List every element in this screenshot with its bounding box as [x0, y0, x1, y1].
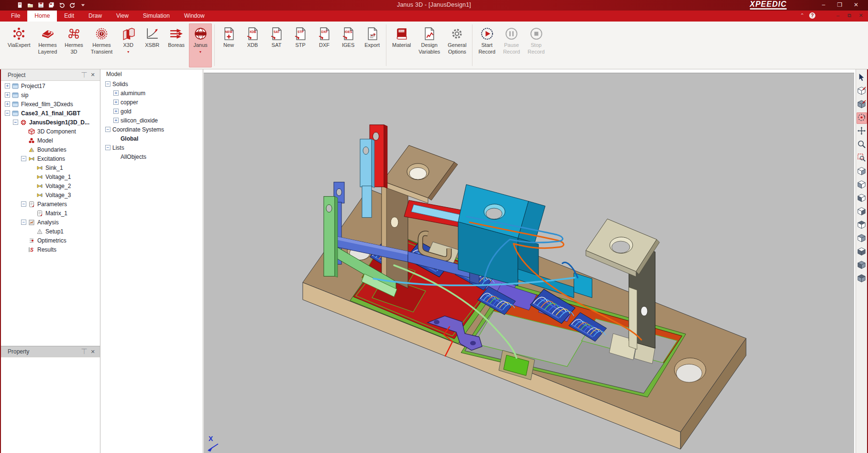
project-tree-item-project17[interactable]: +Project17: [1, 81, 100, 90]
orbit-button[interactable]: [857, 112, 867, 124]
stop-record-button[interactable]: StopRecord: [524, 23, 548, 67]
tree-expander[interactable]: +: [113, 99, 119, 105]
new-button[interactable]: NEWNew: [217, 23, 240, 67]
view-corner-2-button[interactable]: [857, 273, 867, 285]
tree-expander[interactable]: +: [113, 90, 119, 96]
menu-view[interactable]: View: [109, 11, 136, 22]
hermes-3d-button[interactable]: Hermes3D: [61, 23, 87, 67]
export-button[interactable]: Export: [361, 23, 384, 67]
zoom-button[interactable]: [857, 139, 867, 151]
design-variables-button[interactable]: DesignVariables: [415, 23, 443, 67]
viewport-3d-canvas[interactable]: X: [204, 73, 854, 453]
project-tree-item-voltage-1[interactable]: Voltage_1: [1, 172, 100, 181]
project-tree-item-matrix-1[interactable]: Matrix_1: [1, 209, 100, 218]
tree-expander[interactable]: −: [13, 120, 18, 125]
model-tree-item-aluminum[interactable]: +aluminum: [101, 88, 203, 98]
model-tree-item-allobjects[interactable]: AllObjects: [101, 152, 203, 161]
tree-expander[interactable]: +: [5, 92, 10, 98]
model-tree-item-global[interactable]: Global: [101, 134, 203, 143]
model-tree-item-copper[interactable]: +copper: [101, 98, 203, 107]
pan-button[interactable]: [857, 126, 867, 137]
xdb-button[interactable]: XDBXDB: [241, 23, 264, 67]
collapse-ribbon-icon[interactable]: ⌃: [800, 12, 804, 19]
tree-expander[interactable]: −: [105, 145, 110, 150]
hermes-transient-button[interactable]: THermesTransient: [88, 23, 116, 67]
model-tree-item-solids[interactable]: −Solids: [101, 79, 203, 88]
select-cursor-button[interactable]: [857, 72, 867, 84]
close-icon[interactable]: ✕: [88, 72, 97, 78]
model-tree-item-silicon-dioxide[interactable]: +silicon_dioxide: [101, 116, 203, 125]
view-back-button[interactable]: [857, 233, 867, 244]
tree-expander[interactable]: +: [5, 83, 10, 88]
pause-record-button[interactable]: PauseRecord: [500, 23, 523, 67]
project-tree-item-sink-1[interactable]: Sink_1: [1, 163, 100, 172]
stp-button[interactable]: STPSTP: [289, 23, 312, 67]
hermes-layered-button[interactable]: HermesLayered: [35, 23, 61, 67]
model-tree-item-coordinate-systems[interactable]: −Coordinate Systems: [101, 125, 203, 134]
viaexpert-button[interactable]: ViaExpert: [4, 23, 34, 67]
project-tree-item-analysis[interactable]: −Analysis: [1, 218, 100, 227]
view-iso-button[interactable]: [857, 166, 867, 177]
project-tree-item-case3-a1-final-igbt[interactable]: −Case3_A1_final_IGBT: [1, 109, 100, 118]
menu-file[interactable]: File: [4, 11, 27, 22]
dxf-button[interactable]: DXFDXF: [313, 23, 336, 67]
close-button[interactable]: ✕: [848, 0, 864, 11]
select-face-button[interactable]: [857, 86, 867, 97]
project-tree-item-janusdesign1-3d-d[interactable]: −JanusDesign1(3D_D...: [1, 118, 100, 127]
model-tree-item-gold[interactable]: +gold: [101, 107, 203, 116]
tree-expander[interactable]: −: [21, 220, 26, 225]
view-left-button[interactable]: [857, 193, 867, 204]
mdi-close-button[interactable]: ✕: [856, 11, 866, 20]
material-button[interactable]: LibraryMaterial: [389, 23, 414, 67]
tree-expander[interactable]: +: [113, 109, 119, 114]
project-tree-item-model[interactable]: Model: [1, 136, 100, 145]
iges-button[interactable]: IGESIGES: [337, 23, 360, 67]
project-tree-item-setup1[interactable]: Setup1: [1, 227, 100, 236]
mdi-minimize-button[interactable]: –: [833, 11, 843, 20]
tree-expander[interactable]: −: [21, 201, 26, 207]
menu-home[interactable]: Home: [27, 11, 57, 22]
sat-button[interactable]: SATSAT: [265, 23, 288, 67]
project-tree-item-boundaries[interactable]: Boundaries: [1, 145, 100, 154]
help-icon[interactable]: ?: [809, 12, 815, 19]
zoom-region-button[interactable]: [857, 153, 867, 164]
pin-icon[interactable]: ⏉: [80, 349, 88, 354]
select-body-button[interactable]: [857, 99, 867, 110]
tree-expander[interactable]: +: [5, 101, 10, 107]
mdi-restore-button[interactable]: ⧉: [844, 11, 855, 20]
close-icon[interactable]: ✕: [88, 349, 97, 355]
xsbr-button[interactable]: XSBR: [141, 23, 164, 67]
tree-expander[interactable]: −: [105, 127, 110, 132]
x3d-button[interactable]: X3D▾: [117, 23, 140, 67]
minimize-button[interactable]: –: [815, 0, 832, 11]
project-tree-item-flexed-film-3dxeds[interactable]: +Flexed_film_3Dxeds: [1, 99, 100, 109]
project-tree-item-3d-component[interactable]: 3D Component: [1, 127, 100, 136]
menu-window[interactable]: Window: [177, 11, 212, 22]
project-tree-item-voltage-3[interactable]: Voltage_3: [1, 190, 100, 199]
general-options-button[interactable]: GeneralOptions: [444, 23, 470, 67]
boreas-button[interactable]: Boreas: [165, 23, 188, 67]
project-tree-item-excitations[interactable]: −Excitations: [1, 154, 100, 163]
project-tree-item-parameters[interactable]: −Parameters: [1, 199, 100, 209]
view-corner-1-button[interactable]: [857, 260, 867, 271]
view-bottom-button[interactable]: [857, 246, 867, 258]
tree-expander[interactable]: −: [105, 81, 110, 87]
pin-icon[interactable]: ⏉: [80, 72, 88, 78]
maximize-button[interactable]: ❒: [832, 0, 848, 11]
menu-simulation[interactable]: Simulation: [136, 11, 177, 22]
tree-expander[interactable]: −: [5, 110, 10, 116]
view-right-button[interactable]: [857, 206, 867, 218]
view-top-button[interactable]: [857, 220, 867, 231]
menu-edit[interactable]: Edit: [57, 11, 81, 22]
janus-button[interactable]: Janus▾: [189, 23, 212, 67]
project-tree-item-optimetrics[interactable]: Optimetrics: [1, 236, 100, 245]
start-record-button[interactable]: StartRecord: [475, 23, 498, 67]
menu-draw[interactable]: Draw: [81, 11, 109, 22]
model-tree-item-lists[interactable]: −Lists: [101, 143, 203, 152]
tree-expander[interactable]: +: [113, 118, 119, 123]
project-tree-item-voltage-2[interactable]: Voltage_2: [1, 181, 100, 190]
project-tree-item-results[interactable]: SResults: [1, 245, 100, 254]
project-tree-item-sip[interactable]: +sip: [1, 90, 100, 99]
view-front-button[interactable]: [857, 179, 867, 191]
tree-expander[interactable]: −: [21, 156, 26, 161]
